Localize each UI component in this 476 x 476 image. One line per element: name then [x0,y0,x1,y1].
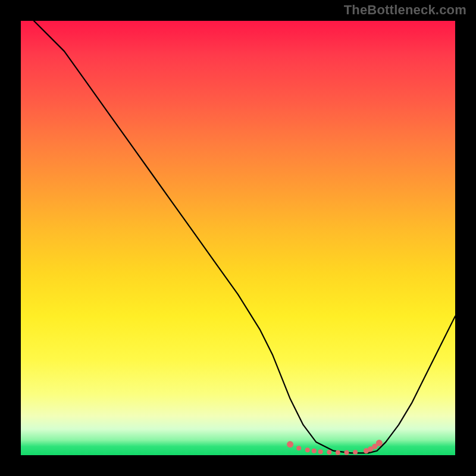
marker-dot [376,440,383,446]
marker-dot [318,449,323,454]
marker-dot [336,450,340,455]
bottleneck-curve [34,21,455,453]
marker-dot [312,449,317,453]
marker-dot [296,446,301,450]
marker-dot [345,450,349,455]
marker-dot [353,450,358,455]
chart-frame: TheBottleneck.com [0,0,476,476]
chart-svg [21,21,455,455]
optimal-range-markers [287,440,383,455]
marker-dot [287,441,293,447]
marker-dot [305,447,310,452]
plot-area [21,21,455,455]
marker-dot [327,450,331,455]
watermark-text: TheBottleneck.com [344,2,466,18]
